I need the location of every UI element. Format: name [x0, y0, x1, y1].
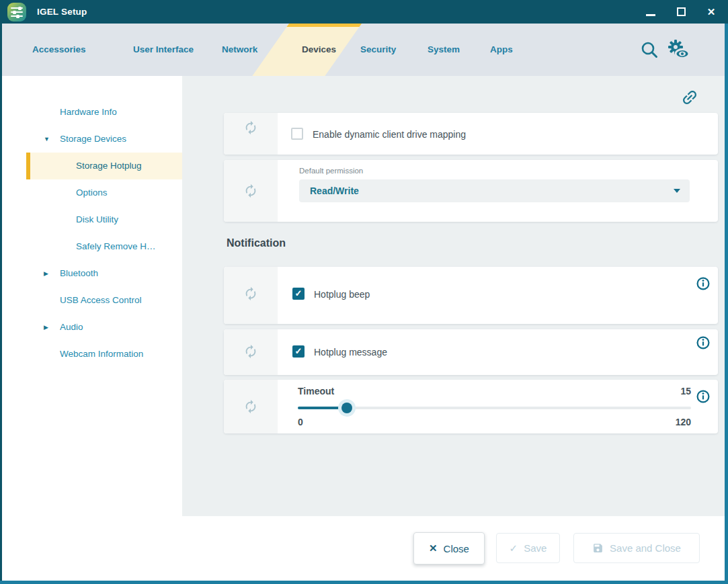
info-icon[interactable] [696, 277, 710, 290]
sidebar-item-bluetooth[interactable]: ▶ Bluetooth [26, 260, 184, 287]
parameter-column [224, 113, 278, 155]
info-icon[interactable] [696, 336, 710, 349]
slider-value: 15 [680, 386, 691, 397]
sidebar-item-label: Webcam Information [60, 349, 143, 359]
save-button-label: Save [524, 542, 547, 554]
sidebar-item-safely-remove[interactable]: Safely Remove H… [26, 233, 184, 260]
tab-security[interactable]: Security [360, 24, 396, 76]
sidebar-item-label: Disk Utility [76, 214, 118, 224]
timeout-slider-thumb[interactable] [338, 399, 356, 417]
slider-min: 0 [298, 417, 303, 427]
sync-parameter-icon[interactable] [243, 399, 258, 414]
close-button-label: Close [444, 543, 469, 554]
chevron-down-icon [674, 189, 680, 193]
sidebar-item-label: Audio [60, 322, 83, 332]
sidebar-item-label: Bluetooth [60, 268, 98, 278]
checkbox-label: Hotplug message [314, 347, 387, 358]
card-dynamic-drive-mapping: Enable dynamic client drive mapping [224, 113, 718, 155]
save-button[interactable]: ✓ Save [496, 533, 560, 563]
parameter-column [224, 267, 278, 324]
sidebar-item-audio[interactable]: ▶ Audio [26, 314, 184, 341]
timeout-slider-track[interactable] [298, 407, 691, 409]
checkbox-dynamic-drive-mapping[interactable] [291, 128, 303, 140]
sidebar-item-label: Storage Hotplug [76, 161, 142, 171]
sidebar-item-webcam-information[interactable]: Webcam Information [26, 341, 184, 368]
maximize-button[interactable] [677, 7, 686, 16]
info-icon[interactable] [696, 390, 710, 403]
slider-label: Timeout [298, 386, 334, 397]
window-border-left [0, 24, 2, 584]
card-hotplug-message: ✓ Hotplug message [224, 329, 718, 375]
sync-parameter-icon[interactable] [243, 286, 258, 301]
save-and-close-label: Save and Close [610, 542, 681, 554]
window-border-bottom [0, 581, 728, 584]
tab-user-interface[interactable]: User Interface [133, 24, 194, 76]
sidebar-item-label: USB Access Control [60, 295, 142, 305]
sync-parameter-icon[interactable] [243, 183, 258, 198]
select-label: Default permission [299, 167, 363, 175]
sidebar-item-storage-devices[interactable]: ▼ Storage Devices [26, 126, 184, 153]
tab-accessories[interactable]: Accessories [32, 24, 86, 76]
slider-max: 120 [676, 417, 691, 427]
chevron-collapsed-icon[interactable]: ▶ [44, 314, 53, 341]
sidebar-item-usb-access-control[interactable]: USB Access Control [26, 287, 184, 314]
app-logo-icon [7, 3, 26, 22]
sync-parameter-icon[interactable] [243, 344, 258, 359]
sidebar-item-hardware-info[interactable]: Hardware Info [26, 99, 184, 126]
save-and-close-button[interactable]: Save and Close [573, 533, 700, 563]
sidebar-item-label: Options [76, 187, 108, 198]
close-window-button[interactable]: ✕ [704, 5, 718, 19]
igel-setup-window: IGEL Setup ✕ Accessories User Interface … [0, 0, 728, 584]
close-button[interactable]: ✕ Close [413, 532, 485, 565]
sidebar-item-options[interactable]: Options [26, 179, 184, 206]
checkbox-hotplug-message[interactable]: ✓ [292, 345, 305, 358]
checkbox-label: Enable dynamic client drive mapping [313, 129, 466, 140]
link-parameter-icon[interactable] [680, 88, 699, 107]
select-value: Read/Write [310, 179, 359, 202]
sidebar-item-disk-utility[interactable]: Disk Utility [26, 206, 184, 233]
admin-view-gear-eye-icon[interactable] [667, 39, 691, 60]
card-default-permission: Default permission Read/Write [224, 160, 718, 222]
check-icon: ✓ [510, 542, 518, 554]
title-bar: IGEL Setup ✕ [0, 0, 728, 24]
card-hotplug-beep: ✓ Hotplug beep [224, 267, 718, 324]
parameter-column [224, 329, 278, 375]
window-border-right [725, 24, 728, 584]
parameter-column [224, 160, 278, 222]
parameter-column [224, 380, 278, 433]
sidebar-item-label: Hardware Info [60, 107, 117, 117]
search-icon[interactable] [639, 40, 659, 60]
tab-apps[interactable]: Apps [490, 24, 513, 76]
sidebar-item-storage-hotplug[interactable]: Storage Hotplug [26, 153, 184, 179]
checkbox-label: Hotplug beep [314, 289, 370, 300]
minimize-button[interactable] [646, 14, 655, 16]
tab-devices[interactable]: Devices [302, 24, 336, 76]
sidebar-item-label: Safely Remove H… [76, 241, 156, 251]
close-x-icon: ✕ [429, 542, 438, 554]
window-title: IGEL Setup [37, 0, 87, 24]
sidebar-item-label: Storage Devices [60, 134, 126, 144]
floppy-disk-icon [592, 542, 604, 554]
sidebar-nav: Hardware Info ▼ Storage Devices Storage … [2, 76, 182, 516]
chevron-collapsed-icon[interactable]: ▶ [44, 260, 53, 287]
default-permission-select[interactable]: Read/Write [299, 179, 690, 202]
section-title-notification: Notification [227, 237, 286, 249]
sync-parameter-icon[interactable] [243, 120, 258, 135]
tab-system[interactable]: System [428, 24, 460, 76]
chevron-expanded-icon[interactable]: ▼ [44, 126, 53, 153]
tab-network[interactable]: Network [222, 24, 257, 76]
checkbox-hotplug-beep[interactable]: ✓ [292, 288, 305, 300]
card-timeout: Timeout 15 0 120 [224, 380, 718, 433]
